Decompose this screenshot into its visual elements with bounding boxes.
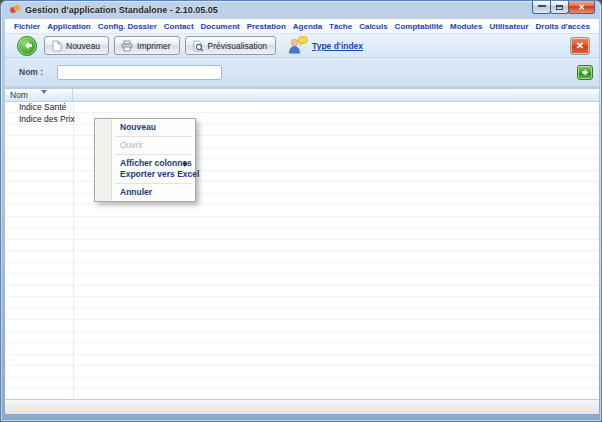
menu-document[interactable]: Document [201, 22, 240, 31]
minimize-icon [538, 4, 546, 7]
context-menu-separator [115, 154, 192, 155]
menu-modules[interactable]: Modules [450, 22, 482, 31]
menu-fichier[interactable]: Fichier [14, 22, 40, 31]
maximize-button[interactable] [550, 1, 569, 14]
back-button[interactable] [17, 36, 37, 56]
print-button[interactable]: Imprimer [114, 36, 180, 55]
new-button[interactable]: Nouveau [44, 36, 109, 55]
preview-icon [192, 40, 204, 52]
menu-droits-acces[interactable]: Droits d'accès [536, 22, 590, 31]
printer-icon [121, 40, 133, 52]
panel-close-button[interactable]: ✕ [570, 37, 590, 55]
index-type-link[interactable]: Type d'index [312, 41, 363, 51]
preview-button-label: Prévisualisation [208, 41, 268, 51]
new-button-label: Nouveau [66, 41, 100, 51]
print-button-label: Imprimer [137, 41, 171, 51]
submenu-arrow-icon [184, 161, 188, 167]
filter-bar: Nom : [5, 58, 599, 86]
column-divider [73, 102, 74, 399]
toolbar: Nouveau Imprimer Prévisualisation [5, 34, 599, 58]
menu-utilisateur[interactable]: Utilisateur [489, 22, 528, 31]
context-menu-separator [115, 183, 192, 184]
window-controls: ✕ [533, 1, 595, 14]
grid-header: Nom [5, 89, 599, 102]
menu-prestation[interactable]: Prestation [247, 22, 286, 31]
menu-bar: Fichier Application Config. Dossier Cont… [5, 19, 599, 34]
menu-agenda[interactable]: Agenda [293, 22, 322, 31]
index-type-person-icon [287, 36, 308, 55]
context-item-label: Afficher colonnes [120, 158, 192, 168]
sort-indicator-icon [41, 90, 47, 94]
context-item-nouveau[interactable]: Nouveau [95, 122, 195, 133]
context-menu-separator [115, 136, 192, 137]
context-item-annuler[interactable]: Annuler [95, 187, 195, 198]
column-header-nom[interactable]: Nom [5, 89, 73, 101]
status-bar [5, 399, 599, 414]
go-arrow-icon [581, 68, 590, 77]
new-document-icon [51, 40, 62, 52]
menu-application[interactable]: Application [47, 22, 91, 31]
client-area: Fichier Application Config. Dossier Cont… [5, 19, 599, 414]
context-item-afficher-colonnes[interactable]: Afficher colonnes [95, 158, 195, 169]
title-bar[interactable]: Gestion d'application Standalone - 2.10.… [1, 1, 602, 19]
context-item-exporter-excel[interactable]: Exporter vers Excel [95, 169, 195, 180]
app-window: Gestion d'application Standalone - 2.10.… [0, 0, 602, 422]
panel-close-icon: ✕ [576, 40, 584, 51]
context-item-ouvrir: Ouvrir [95, 140, 195, 151]
context-menu: Nouveau Ouvrir Afficher colonnes Exporte… [94, 118, 196, 202]
menu-calculs[interactable]: Calculs [359, 22, 387, 31]
name-filter-input[interactable] [57, 65, 222, 80]
column-header-label: Nom [10, 90, 28, 100]
maximize-icon [556, 5, 563, 10]
minimize-button[interactable] [532, 1, 551, 14]
close-icon: ✕ [578, 3, 585, 12]
app-icon [10, 5, 20, 15]
preview-button[interactable]: Prévisualisation [185, 36, 277, 55]
search-go-button[interactable] [577, 65, 593, 80]
menu-tache[interactable]: Tâche [329, 22, 352, 31]
back-arrow-icon [22, 40, 33, 51]
menu-config-dossier[interactable]: Config. Dossier [98, 22, 157, 31]
window-title: Gestion d'application Standalone - 2.10.… [25, 5, 218, 15]
name-filter-label: Nom : [19, 67, 43, 77]
menu-comptabilite[interactable]: Comptabilité [395, 22, 443, 31]
close-button[interactable]: ✕ [568, 1, 595, 14]
list-item-indice-sante[interactable]: Indice Santé [5, 102, 599, 114]
menu-contact[interactable]: Contact [164, 22, 194, 31]
